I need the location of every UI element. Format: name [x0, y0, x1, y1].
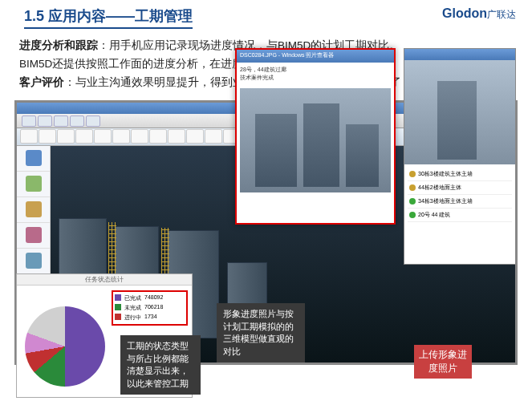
status-dot-icon — [409, 212, 416, 218]
ribbon-btn[interactable] — [57, 129, 75, 144]
ribbon-btn[interactable] — [149, 129, 167, 144]
callout-upload: 上传形象进度照片 — [414, 345, 472, 379]
sidebar-item[interactable] — [17, 172, 50, 197]
photo-preview — [240, 88, 391, 192]
task-item[interactable]: 44栋2楼地面主体 — [408, 181, 512, 195]
task-panel: 30栋3楼建筑主体主墙 44栋2楼地面主体 34栋3楼地面主体主墙 20号 44… — [404, 48, 516, 265]
ribbon-btn[interactable] — [168, 129, 185, 144]
ribbon-btn[interactable] — [39, 129, 56, 144]
ribbon-btn[interactable] — [112, 129, 130, 144]
callout-chart: 工期的状态类型与所占比例都能清楚显示出来，以此来管控工期 — [120, 335, 201, 395]
task-item[interactable]: 30栋3楼建筑主体主墙 — [408, 168, 512, 181]
site-photo — [404, 60, 515, 164]
status-dot-icon — [409, 198, 416, 205]
task-item[interactable]: 34栋3楼地面主体主墙 — [408, 195, 512, 209]
toolbar-btn[interactable] — [38, 115, 52, 127]
ribbon-btn[interactable] — [131, 129, 148, 144]
toolbar-btn[interactable] — [86, 115, 100, 127]
ribbon-btn[interactable] — [75, 129, 93, 144]
chart-legend: 已完成748092 未完成706218 进行中1734 — [112, 290, 188, 326]
photo-viewer-window: DSC0284.JPG - Windows 照片查看器 28号，44建筑过廊 技… — [235, 48, 396, 225]
photo-viewer-title: DSC0284.JPG - Windows 照片查看器 — [237, 50, 394, 63]
status-dot-icon — [409, 184, 416, 191]
sidebar-item[interactable] — [17, 249, 50, 274]
sidebar-item[interactable] — [17, 146, 50, 172]
callout-compare: 形象进度照片与按计划工期模拟的的三维模型做直观的对比 — [217, 303, 305, 363]
task-item[interactable]: 20号 44 建筑 — [408, 209, 512, 222]
toolbar-btn[interactable] — [70, 115, 84, 127]
pie-chart — [25, 306, 105, 387]
chart-title: 任务状态统计 — [17, 274, 192, 286]
logo: Glodon广联达 — [442, 6, 516, 22]
ribbon-btn[interactable] — [186, 129, 204, 144]
ribbon-btn[interactable] — [94, 129, 112, 144]
toolbar-btn[interactable] — [54, 115, 68, 127]
ribbon-btn[interactable] — [20, 129, 38, 144]
sidebar-item[interactable] — [17, 223, 50, 249]
sidebar-item[interactable] — [17, 197, 50, 223]
ribbon-btn[interactable] — [205, 129, 222, 144]
toolbar-btn[interactable] — [22, 115, 36, 127]
slide-title: 1.5 应用内容——工期管理 — [24, 6, 193, 29]
status-dot-icon — [409, 171, 416, 177]
